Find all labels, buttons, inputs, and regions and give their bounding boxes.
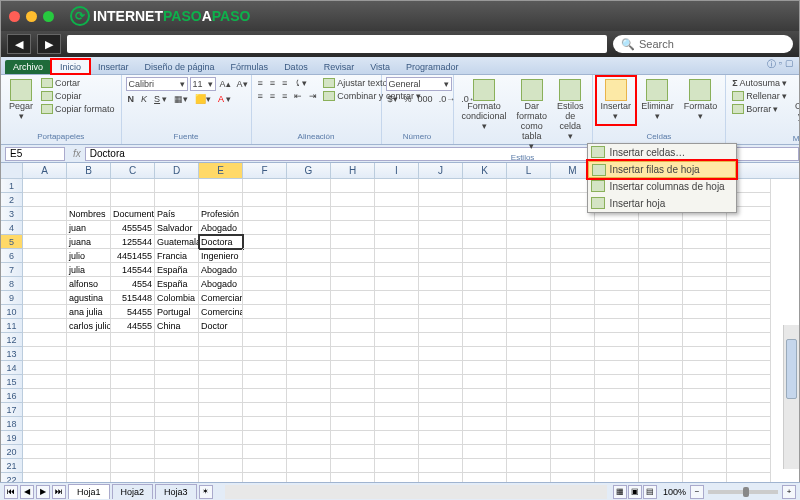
cell[interactable] <box>155 417 199 431</box>
cell[interactable] <box>243 375 287 389</box>
cell[interactable]: carlos julio <box>67 319 111 333</box>
format-cells-button[interactable]: Formato▾ <box>680 77 722 124</box>
cell[interactable] <box>67 333 111 347</box>
cell[interactable] <box>507 417 551 431</box>
cell[interactable] <box>243 305 287 319</box>
cell[interactable] <box>463 361 507 375</box>
cell[interactable] <box>155 431 199 445</box>
cell[interactable] <box>243 277 287 291</box>
cell[interactable] <box>287 221 331 235</box>
cell[interactable] <box>507 445 551 459</box>
cell[interactable] <box>419 277 463 291</box>
cell[interactable] <box>463 375 507 389</box>
cell[interactable] <box>463 305 507 319</box>
col-header[interactable]: L <box>507 163 551 178</box>
cell[interactable] <box>683 291 727 305</box>
tab-layout[interactable]: Diseño de página <box>137 60 223 74</box>
cell[interactable] <box>639 389 683 403</box>
cell[interactable] <box>287 459 331 473</box>
cell[interactable] <box>331 417 375 431</box>
cell[interactable] <box>331 193 375 207</box>
cell[interactable] <box>727 445 771 459</box>
cell[interactable]: 125544 <box>111 235 155 249</box>
cell[interactable] <box>419 305 463 319</box>
cell[interactable] <box>727 347 771 361</box>
cell[interactable] <box>243 263 287 277</box>
cell[interactable]: China <box>155 319 199 333</box>
cell[interactable] <box>419 459 463 473</box>
cell[interactable] <box>727 319 771 333</box>
cell[interactable] <box>683 221 727 235</box>
cell[interactable] <box>639 249 683 263</box>
grow-font-button[interactable]: A▴ <box>218 77 233 91</box>
cell[interactable] <box>111 445 155 459</box>
cell[interactable] <box>595 263 639 277</box>
cell[interactable] <box>67 361 111 375</box>
cell[interactable] <box>551 347 595 361</box>
cell[interactable] <box>287 445 331 459</box>
maximize-window-icon[interactable] <box>43 11 54 22</box>
cell[interactable] <box>243 389 287 403</box>
cell[interactable] <box>331 235 375 249</box>
row-header[interactable]: 16 <box>1 389 23 403</box>
cell[interactable] <box>375 263 419 277</box>
vertical-scrollbar[interactable] <box>783 325 799 469</box>
cell[interactable] <box>507 375 551 389</box>
tab-data[interactable]: Datos <box>276 60 316 74</box>
cell[interactable] <box>727 361 771 375</box>
cell[interactable] <box>595 221 639 235</box>
cell[interactable] <box>331 375 375 389</box>
cell[interactable] <box>419 263 463 277</box>
align-left-button[interactable]: ≡ <box>256 90 265 102</box>
cell[interactable] <box>551 459 595 473</box>
cell[interactable] <box>331 207 375 221</box>
cell[interactable] <box>287 361 331 375</box>
cell[interactable] <box>683 319 727 333</box>
cell[interactable] <box>331 249 375 263</box>
cell[interactable] <box>551 333 595 347</box>
cell[interactable] <box>727 277 771 291</box>
cell[interactable] <box>507 263 551 277</box>
cell[interactable] <box>375 333 419 347</box>
cell[interactable] <box>375 347 419 361</box>
cell[interactable] <box>375 459 419 473</box>
cell[interactable] <box>199 333 243 347</box>
cell[interactable] <box>551 277 595 291</box>
cell[interactable] <box>683 249 727 263</box>
cell[interactable]: Profesión <box>199 207 243 221</box>
cell[interactable] <box>23 235 67 249</box>
search-input[interactable]: 🔍 Search <box>613 35 793 53</box>
cell[interactable] <box>419 319 463 333</box>
cell[interactable] <box>155 459 199 473</box>
cell[interactable] <box>287 347 331 361</box>
cell[interactable] <box>111 347 155 361</box>
cell[interactable] <box>639 333 683 347</box>
cell[interactable] <box>551 445 595 459</box>
row-header[interactable]: 18 <box>1 417 23 431</box>
cell[interactable] <box>639 375 683 389</box>
cell[interactable] <box>243 417 287 431</box>
cell[interactable] <box>23 305 67 319</box>
cell[interactable] <box>375 235 419 249</box>
cell[interactable] <box>287 305 331 319</box>
cell[interactable] <box>287 319 331 333</box>
cell[interactable] <box>155 361 199 375</box>
format-painter-button[interactable]: Copiar formato <box>39 103 117 115</box>
cell[interactable] <box>507 249 551 263</box>
address-bar[interactable] <box>67 35 607 53</box>
cell[interactable] <box>551 221 595 235</box>
cell[interactable] <box>595 459 639 473</box>
row-header[interactable]: 12 <box>1 333 23 347</box>
cell[interactable] <box>111 459 155 473</box>
cell[interactable] <box>331 459 375 473</box>
window-icon[interactable]: ▢ <box>785 58 794 71</box>
cell[interactable] <box>683 403 727 417</box>
cell[interactable] <box>111 417 155 431</box>
cut-button[interactable]: Cortar <box>39 77 117 89</box>
cell[interactable] <box>419 389 463 403</box>
cell[interactable] <box>287 431 331 445</box>
cell[interactable] <box>639 235 683 249</box>
cell[interactable] <box>287 179 331 193</box>
cell[interactable] <box>639 445 683 459</box>
cell[interactable] <box>287 249 331 263</box>
